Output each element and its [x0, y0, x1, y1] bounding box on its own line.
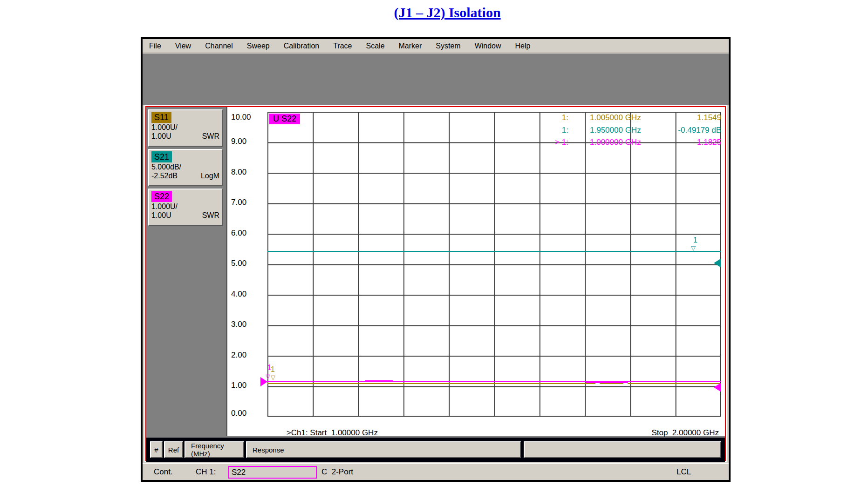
table-header-number[interactable]: # [150, 441, 163, 458]
s11-scale: 1.000U/ [151, 123, 219, 132]
y-label-1: 1.00 [231, 381, 261, 390]
s21-trace [267, 251, 721, 252]
menu-sweep[interactable]: Sweep [247, 42, 277, 50]
y-label-10: 10.00 [231, 113, 261, 122]
marker-num: > 1: [542, 138, 568, 147]
menu-bar: File View Channel Sweep Calibration Trac… [143, 39, 729, 53]
y-label-0: 0.00 [231, 409, 261, 418]
s11-trace-gap [623, 383, 628, 384]
marker-num: 1: [542, 113, 568, 122]
status-bar: Cont. CH 1: S22 C 2-Port LCL [143, 463, 729, 480]
s22-start-arrow-icon[interactable] [260, 377, 267, 386]
s11-chip: S11 [151, 112, 171, 123]
s22-chip: S22 [151, 191, 172, 202]
y-label-8: 8.00 [231, 168, 261, 177]
s21-chip: S21 [151, 151, 172, 162]
page-title-link[interactable]: (J1 – J2) Isolation [0, 5, 868, 20]
graph-grid [267, 112, 721, 417]
s22-trace-ripple [586, 382, 628, 383]
s11-marker1-flag-icon: ▽ [271, 374, 275, 380]
s21-scale: 5.000dB/ [151, 162, 219, 171]
toolbar-band [143, 54, 729, 105]
display-frame: S11 1.000U/ 1.00U SWR S21 5.000dB/ -2.52… [145, 106, 726, 461]
menu-scale[interactable]: Scale [366, 42, 392, 50]
y-label-9: 9.00 [231, 137, 261, 146]
menu-help[interactable]: Help [515, 42, 538, 50]
y-label-4: 4.00 [231, 290, 261, 299]
s22-trace [267, 381, 721, 382]
y-label-6: 6.00 [231, 229, 261, 238]
marker-readout-s22: > 1: 1.000000 GHz 1.1825 [542, 138, 721, 147]
table-header-spacer [524, 441, 721, 458]
s11-format: SWR [202, 132, 219, 141]
marker-value: 1.1825 [660, 138, 721, 147]
menu-view[interactable]: View [175, 42, 198, 50]
marker-value: 1.1549 [660, 113, 721, 122]
table-header-ref[interactable]: Ref [164, 441, 183, 458]
s22-format: SWR [202, 211, 219, 220]
marker-readout-s11: 1: 1.005000 GHz 1.1549 [542, 113, 721, 122]
y-label-5: 5.00 [231, 259, 261, 268]
menu-file[interactable]: File [149, 42, 168, 50]
vna-window: File View Channel Sweep Calibration Trac… [141, 37, 731, 482]
y-label-3: 3.00 [231, 320, 261, 329]
s22-scale: 1.000U/ [151, 202, 219, 211]
marker-num: 1: [542, 126, 568, 135]
menu-channel[interactable]: Channel [205, 42, 240, 50]
s21-marker1-flag-icon: ▽ [691, 245, 696, 251]
y-label-7: 7.00 [231, 198, 261, 207]
segment-table-header: # Ref Frequency (MHz) Response [146, 438, 725, 462]
stop-label: Stop 2.00000 GHz [651, 428, 719, 437]
s21-ref: -2.52dB [151, 171, 178, 180]
menu-trace[interactable]: Trace [333, 42, 359, 50]
menu-window[interactable]: Window [475, 42, 508, 50]
marker-freq: 1.000000 GHz [568, 138, 660, 147]
channel-label: CH 1: [196, 467, 216, 477]
marker-readout-s21: 1: 1.950000 GHz -0.49179 dB [542, 126, 721, 135]
trace-button-s11[interactable]: S11 1.000U/ 1.00U SWR [148, 109, 223, 147]
menu-marker[interactable]: Marker [399, 42, 429, 50]
menu-calibration[interactable]: Calibration [284, 42, 326, 50]
s11-marker1-number: 1 [271, 366, 275, 373]
s11-trace [267, 383, 721, 384]
s11-ref: 1.00U [151, 132, 171, 141]
s21-ref-level-arrow-icon[interactable] [714, 258, 721, 268]
s22-ref: 1.00U [151, 211, 171, 220]
cal-status: C 2-Port [321, 467, 353, 477]
trace-button-s21[interactable]: S21 5.000dB/ -2.52dB LogM [148, 149, 223, 186]
lcl-status: LCL [677, 467, 691, 477]
s21-format: LogM [201, 171, 219, 180]
start-label: >Ch1: Start 1.00000 GHz [287, 428, 378, 437]
marker-freq: 1.005000 GHz [568, 113, 660, 122]
marker-freq: 1.950000 GHz [568, 126, 660, 135]
s22-ref-level-arrow-icon[interactable] [714, 383, 721, 392]
s22-trace-ripple [365, 380, 393, 381]
table-header-response[interactable]: Response [246, 441, 521, 458]
active-trace-label: U S22 [269, 114, 300, 124]
trace-button-s22[interactable]: S22 1.000U/ 1.00U SWR [148, 189, 223, 226]
s21-marker1-number: 1 [693, 236, 697, 244]
measurement-entry-box[interactable]: S22 [228, 466, 317, 479]
menu-system[interactable]: System [436, 42, 467, 50]
sweep-status: Cont. [154, 467, 173, 477]
trace-sidebar: S11 1.000U/ 1.00U SWR S21 5.000dB/ -2.52… [146, 107, 226, 438]
table-header-frequency[interactable]: Frequency (MHz) [185, 441, 244, 458]
y-label-2: 2.00 [231, 351, 261, 360]
graph-area: 10.00 9.00 8.00 7.00 6.00 5.00 4.00 3.00… [226, 107, 725, 436]
s11-trace-gap [595, 383, 600, 384]
marker-value: -0.49179 dB [660, 126, 721, 135]
